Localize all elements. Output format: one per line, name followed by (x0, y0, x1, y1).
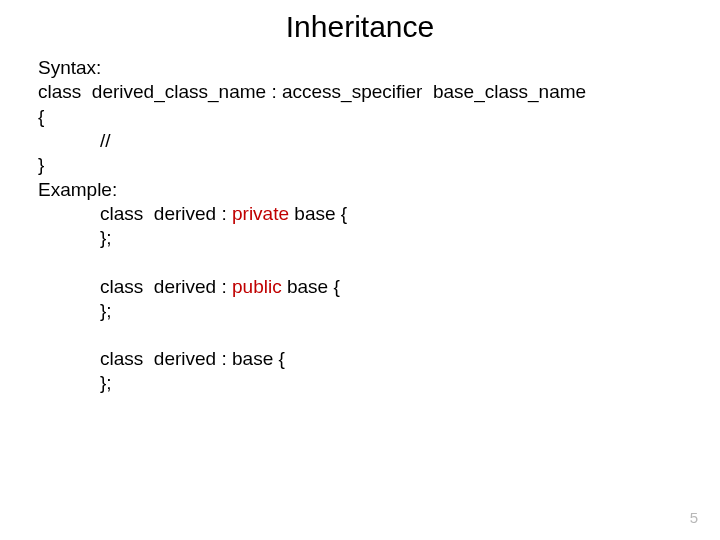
spacer2 (38, 323, 682, 347)
ex1-keyword: private (232, 203, 289, 224)
page-number: 5 (690, 509, 698, 526)
brace-close: } (38, 153, 682, 177)
comment-line: // (38, 129, 682, 153)
ex1-prefix: class derived : (100, 203, 232, 224)
example-label: Example: (38, 178, 682, 202)
spacer1 (38, 251, 682, 275)
ex2-keyword: public (232, 276, 282, 297)
syntax-line: class derived_class_name : access_specif… (38, 80, 682, 104)
slide-title: Inheritance (38, 10, 682, 44)
ex2-prefix: class derived : (100, 276, 232, 297)
slide-body: Syntax: class derived_class_name : acces… (38, 56, 682, 396)
ex2-suffix: base { (282, 276, 340, 297)
syntax-label: Syntax: (38, 56, 682, 80)
example2-close: }; (38, 299, 682, 323)
example1-line1: class derived : private base { (38, 202, 682, 226)
example3-close: }; (38, 371, 682, 395)
brace-open: { (38, 105, 682, 129)
example1-close: }; (38, 226, 682, 250)
example2-line1: class derived : public base { (38, 275, 682, 299)
example3-line1: class derived : base { (38, 347, 682, 371)
slide-container: Inheritance Syntax: class derived_class_… (0, 0, 720, 540)
ex1-suffix: base { (289, 203, 347, 224)
